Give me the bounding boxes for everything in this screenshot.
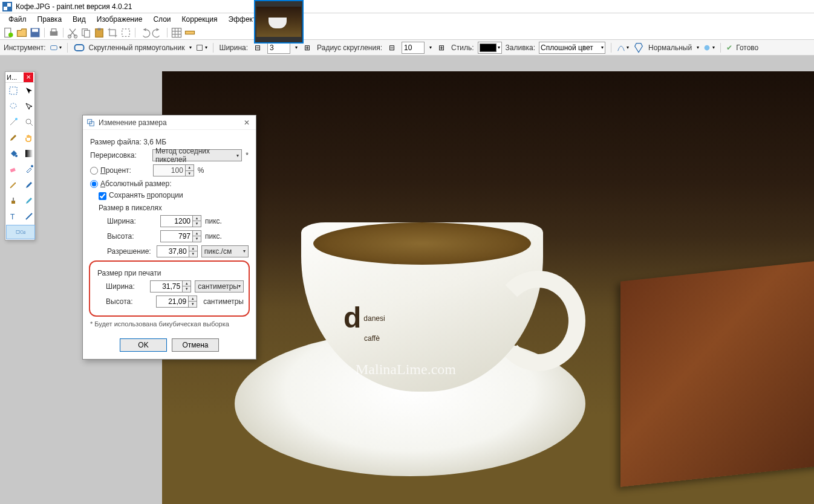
svg-rect-20 <box>197 45 203 50</box>
fill-dropdown[interactable]: Сплошной цвет▾ <box>539 42 605 54</box>
new-file-icon[interactable] <box>2 27 15 39</box>
resampling-dropdown[interactable]: Метод соседних пикселей▾ <box>152 149 242 161</box>
blend-label: Нормальный <box>648 44 692 52</box>
shape-style-icon[interactable]: ▾ <box>195 42 207 54</box>
menu-image[interactable]: Изображение <box>92 14 148 25</box>
lasso-tool[interactable] <box>6 99 21 114</box>
svg-rect-16 <box>122 28 130 36</box>
paintbrush-tool[interactable] <box>6 131 21 145</box>
window-titlebar: Кофе.JPG - paint.net версия 4.0.21 <box>0 0 814 13</box>
tools-window-header[interactable]: И... ✕ <box>5 72 34 83</box>
eraser-tool[interactable] <box>6 162 21 176</box>
svg-point-25 <box>26 119 31 124</box>
menu-edit[interactable]: Правка <box>33 14 67 25</box>
undo-icon[interactable] <box>138 27 151 39</box>
px-height-input[interactable] <box>160 230 193 242</box>
svg-rect-28 <box>10 168 16 172</box>
current-tool-icon[interactable]: ▾ <box>50 42 62 54</box>
commit-label[interactable]: Готово <box>736 44 758 52</box>
blend-icon[interactable] <box>633 42 645 54</box>
radius-plus-icon[interactable]: ⊞ <box>435 42 448 54</box>
percent-input <box>153 164 186 176</box>
main-toolbar <box>0 25 814 40</box>
open-file-icon[interactable] <box>16 27 28 39</box>
document-thumbnail[interactable] <box>254 0 304 44</box>
svg-rect-9 <box>51 28 56 31</box>
resolution-unit-dropdown[interactable]: пикс./см▾ <box>201 245 249 257</box>
menubar: Файл Правка Вид Изображение Слои Коррекц… <box>0 13 814 25</box>
print-width-input[interactable] <box>150 280 183 292</box>
px-unit-2: пикс. <box>205 232 222 241</box>
print-width-unit-dropdown[interactable]: сантиметры▾ <box>195 280 244 292</box>
ok-button[interactable]: OK <box>120 338 167 352</box>
svg-rect-31 <box>13 198 14 201</box>
text-tool[interactable]: T <box>6 209 21 224</box>
print-icon[interactable] <box>48 27 60 39</box>
tools-window[interactable]: И... ✕ T <box>5 71 35 241</box>
move-selection-tool[interactable] <box>22 83 36 98</box>
print-height-input[interactable] <box>156 296 189 308</box>
deselect-icon[interactable] <box>120 27 132 39</box>
bucket-tool[interactable] <box>6 146 21 161</box>
svg-rect-22 <box>10 87 17 94</box>
px-width-label: Ширина: <box>107 217 157 225</box>
radius-label: Радиус скругления: <box>317 44 382 52</box>
svg-point-23 <box>10 103 16 108</box>
menu-view[interactable]: Вид <box>68 14 91 25</box>
paste-icon[interactable] <box>93 27 105 39</box>
menu-file[interactable]: Файл <box>4 14 31 25</box>
svg-rect-15 <box>98 28 101 30</box>
tool-label: Инструмент: <box>4 44 46 52</box>
cut-icon[interactable] <box>67 27 79 39</box>
move-pixels-tool[interactable] <box>22 99 36 114</box>
style-dropdown[interactable]: ▾ <box>478 42 502 54</box>
dialog-close-icon[interactable]: ✕ <box>244 118 252 127</box>
pan-tool[interactable] <box>22 131 36 145</box>
image-canvas[interactable]: ddanesicaffè MalinaLime.com <box>162 71 814 504</box>
antialias-icon[interactable]: ▾ <box>617 42 629 54</box>
crop-icon[interactable] <box>106 27 119 39</box>
menu-layers[interactable]: Слои <box>148 14 175 25</box>
gradient-tool[interactable] <box>22 146 36 161</box>
px-width-input[interactable] <box>160 215 193 227</box>
cancel-button[interactable]: Отмена <box>172 338 219 352</box>
eyedropper-tool[interactable] <box>22 162 36 176</box>
shapes-tool[interactable] <box>6 225 35 239</box>
dialog-titlebar[interactable]: Изменение размера ✕ <box>83 115 256 130</box>
photo-book <box>620 260 814 487</box>
zoom-tool[interactable] <box>22 115 36 129</box>
menu-adjust[interactable]: Коррекция <box>177 14 223 25</box>
recolor-tool[interactable] <box>22 193 36 208</box>
svg-rect-19 <box>74 45 83 51</box>
pencil-tool[interactable] <box>6 178 21 192</box>
window-title: Кофе.JPG - paint.net версия 4.0.21 <box>16 2 132 11</box>
photo-coffee <box>313 222 531 265</box>
percent-radio[interactable]: Процент: <box>90 166 131 175</box>
resolution-input[interactable] <box>157 245 189 257</box>
line-tool[interactable] <box>22 209 36 224</box>
shape-type-icon[interactable] <box>73 42 85 54</box>
grid-icon[interactable] <box>171 27 183 39</box>
svg-rect-3 <box>7 7 11 10</box>
commit-check-icon: ✔ <box>726 44 732 52</box>
absolute-radio[interactable]: Абсолютный размер: <box>90 179 171 188</box>
redo-icon[interactable] <box>152 27 164 39</box>
magic-wand-tool[interactable] <box>6 115 21 129</box>
radius-input[interactable] <box>402 42 425 54</box>
copy-icon[interactable] <box>80 27 92 39</box>
color-replace-tool[interactable] <box>22 178 36 192</box>
photo-logo: ddanesicaffè <box>344 301 385 343</box>
app-icon <box>2 2 12 11</box>
keep-aspect-checkbox[interactable]: Сохранять пропорции <box>99 191 183 199</box>
svg-rect-17 <box>186 31 195 34</box>
overwrite-icon[interactable]: ▾ <box>703 42 715 54</box>
radius-minus-icon[interactable]: ⊟ <box>386 42 398 54</box>
close-icon[interactable]: ✕ <box>24 73 33 82</box>
resize-dialog: Изменение размера ✕ Размер файла: 3,6 МБ… <box>82 115 256 360</box>
save-icon[interactable] <box>29 27 41 39</box>
pixelsize-header: Размер в пикселях <box>99 204 249 212</box>
svg-rect-27 <box>25 150 33 157</box>
ruler-icon[interactable] <box>184 27 196 39</box>
rect-select-tool[interactable] <box>6 83 21 98</box>
clone-stamp-tool[interactable] <box>6 193 21 208</box>
